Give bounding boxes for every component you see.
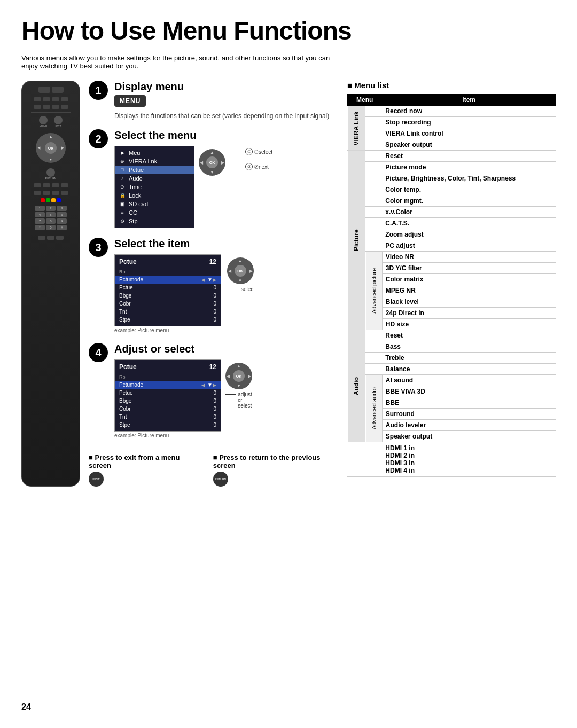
item-speaker-output-audio: Speaker output [382,431,556,442]
table-row: Advanced picture Video NR [347,252,556,263]
item-xvcolor: x.v.Color [382,207,556,218]
item-bass: Bass [382,341,556,353]
item-speaker-output-viera: Speaker output [382,139,556,151]
menu-row-meu: ▶Meu [115,148,194,157]
item-viera-link-control: VIERA Link control [382,128,556,139]
table-row: VIERA Link Record now [347,106,556,117]
ok-button-step3: ▲ ▼ ◀ ▶ OK [227,257,254,284]
table-row: Advanced audio AI sound [347,375,556,386]
table-header-menu: Menu [347,94,382,106]
hdmi-items: HDMI 1 in HDMI 2 in HDMI 3 in HDMI 4 in [382,442,556,477]
item-reset-audio: Reset [382,330,556,341]
press-exit-section: Press to exit from a menu screen EXIT [89,453,197,487]
item-pc-adjust: PC adjust [382,240,556,252]
dpad: ▲ ▼ ◀ ▶ OK [36,133,66,163]
table-row: Color mgmt. [347,195,556,207]
step-1-bullet: Displays the functions that can be set (… [114,112,337,120]
step-3-title: Select the item [114,238,337,250]
intro-text: Various menus allow you to make settings… [21,54,331,70]
return-button: RETURN [213,472,228,487]
table-row: VIERA Link control [347,128,556,139]
item-picture-mode: Picture mode [382,162,556,173]
item-bbe-viva-3d: BBE VIVA 3D [382,386,556,397]
return-label: RETURN [45,177,57,180]
table-row: Stop recording [347,117,556,128]
press-exit-title: Press to exit from a menu screen [89,453,197,469]
table-row: x.v.Color [347,207,556,218]
table-row: C.A.T.S. [347,218,556,229]
step-1: 1 Display menu MENU Displays the functio… [89,81,337,120]
item-record-now: Record now [382,106,556,117]
item-surround: Surround [382,409,556,420]
item-color-mgmt: Color mgmt. [382,195,556,207]
table-row: Color temp. [347,184,556,195]
step2-annotations: ① ①select ② ②next [230,144,272,170]
item-cats: C.A.T.S. [382,218,556,229]
section-audio: Audio [347,330,365,442]
item-balance: Balance [382,364,556,375]
menu-row-setup: ⚙Stp [115,217,194,225]
ok-button-step4: ▲ ▼ ◀ ▶ OK [225,363,252,389]
step-3: 3 Select the item Pctue12 Rb Pctumode [89,238,337,333]
menu-screen: ▶Meu ⊕VIERA Lnk □Pctue ♪Audo [114,146,194,228]
section-picture: Picture [347,151,365,330]
item-mpeg-nr: MPEG NR [382,285,556,296]
table-row: Picture mode [347,162,556,173]
item-treble: Treble [382,353,556,364]
item-picture-brightness: Picture, Brightness, Color, Tint, Sharpn… [382,173,556,184]
item-bbe: BBE [382,397,556,409]
step-2-title: Select the menu [114,129,337,142]
menu-row-sdcard: ▣SD cad [115,200,194,208]
step-4-example: example: Picture menu [114,433,337,439]
item-hd-size: HD size [382,319,556,330]
subsection-advanced-picture: Advanced picture [365,252,383,330]
table-row: HDMI 1 in HDMI 2 in HDMI 3 in HDMI 4 in [347,442,556,477]
menu-row-lock: 🔒Lock [115,191,194,200]
ok-button-step2: ▲ ▼ ◀ ▶ OK [199,149,225,176]
table-row: Speaker output [347,139,556,151]
step-number-2: 2 [89,129,108,148]
page-title: How to Use Menu Functions [21,16,556,45]
item-screen-3: Pctue12 Rb Pctumode ◀ ▼ ▶ Pctue0 [114,254,221,326]
item-color-matrix: Color matrix [382,274,556,285]
menu-row-audo: ♪Audo [115,174,194,183]
table-row: Bass [347,341,556,353]
menu-row-pctue: □Pctue [115,166,194,174]
table-header-item: Item [382,94,556,106]
menu-row-cc: ≡CC [115,208,194,217]
step-2: 2 Select the menu ▶Meu ⊕VIERA Lnk [89,129,337,228]
step-4-title: Adjust or select [114,343,337,355]
step-number-4: 4 [89,343,108,362]
menu-row-time: ⊙Time [115,183,194,191]
item-ai-sound: AI sound [382,375,556,386]
item-video-nr: Video NR [382,252,556,263]
menu-label: MENU [40,124,48,128]
table-row: Zoom adjust [347,229,556,240]
table-row: Audio Reset [347,330,556,341]
step-1-title: Display menu [114,81,337,93]
item-3dyc-filter: 3D Y/C filter [382,263,556,274]
press-return-section: Press to return to the previous screen R… [213,453,337,487]
table-row: Balance [347,364,556,375]
subsection-advanced-audio: Advanced audio [365,375,383,442]
press-return-title: Press to return to the previous screen [213,453,337,469]
item-black-level: Black level [382,296,556,308]
table-row: PC adjust [347,240,556,252]
item-24p-direct-in: 24p Direct in [382,308,556,319]
item-color-temp: Color temp. [382,184,556,195]
table-row: Picture Reset [347,151,556,162]
item-reset-picture: Reset [382,151,556,162]
item-stop-recording: Stop recording [382,117,556,128]
table-row: Treble [347,353,556,364]
item-zoom-adjust: Zoom adjust [382,229,556,240]
step-number-1: 1 [89,81,108,100]
exit-label: EXIT [55,124,61,128]
table-row: Picture, Brightness, Color, Tint, Sharpn… [347,173,556,184]
step-number-3: 3 [89,238,108,257]
section-viera-link: VIERA Link [347,106,365,151]
item-audio-leveler: Audio leveler [382,420,556,431]
exit-button: EXIT [89,472,104,487]
menu-list-table: Menu Item VIERA Link Record now Stop rec… [347,94,556,477]
item-row-mode: Pctumode ◀ ▼ ▶ [115,276,221,284]
step-4: 4 Adjust or select Pctue12 Rb Pctumode [89,343,337,439]
